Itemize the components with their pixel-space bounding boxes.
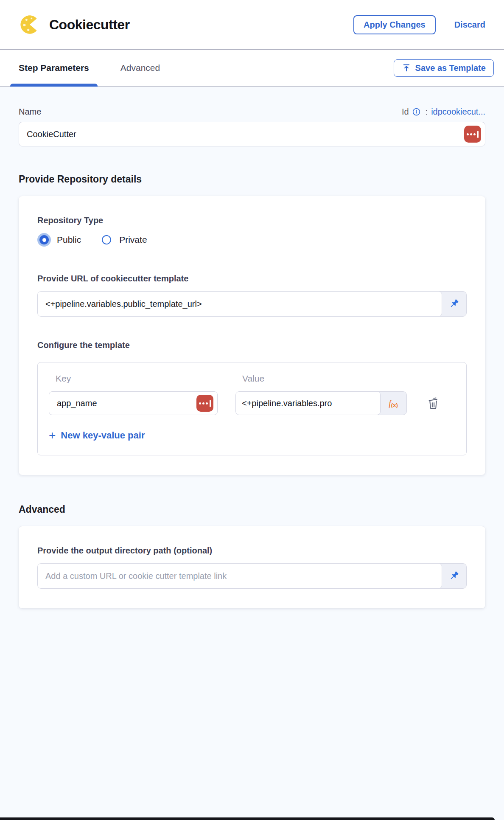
- step-config-header: Cookiecutter Apply Changes Discard: [0, 0, 504, 50]
- apply-changes-button[interactable]: Apply Changes: [353, 15, 436, 34]
- output-dir-input[interactable]: [37, 563, 442, 589]
- bottom-sheet-edge: [0, 817, 495, 820]
- repository-type-radio-group: Public Private: [37, 233, 467, 247]
- radio-public-control[interactable]: [39, 235, 49, 244]
- output-dir-field-wrap: [37, 563, 467, 589]
- advanced-section-title: Advanced: [19, 504, 485, 515]
- radio-public-label: Public: [57, 235, 81, 245]
- pin-icon[interactable]: [442, 564, 466, 588]
- id-separator: :: [426, 107, 428, 117]
- active-tab-underline: [10, 84, 98, 87]
- page-title: Cookiecutter: [49, 17, 130, 33]
- name-field-wrap: [19, 122, 485, 146]
- input-type-selector-icon[interactable]: [196, 395, 213, 412]
- plus-icon: +: [49, 430, 56, 441]
- expression-fx-icon[interactable]: f(x): [380, 392, 406, 415]
- input-type-selector-icon[interactable]: [464, 126, 481, 143]
- key-input[interactable]: [49, 391, 218, 415]
- pin-icon[interactable]: [442, 292, 466, 316]
- template-url-field-wrap: [37, 291, 467, 317]
- key-value-table: Key Value f(x): [37, 362, 467, 455]
- add-key-value-button[interactable]: + New key-value pair: [49, 430, 455, 441]
- id-value-link[interactable]: idpcookiecut...: [431, 107, 485, 117]
- tab-advanced[interactable]: Advanced: [112, 50, 168, 86]
- radio-private-label: Private: [119, 235, 147, 245]
- fx-sub: (x): [391, 402, 398, 408]
- id-label: Id: [402, 107, 409, 117]
- name-label: Name: [19, 107, 41, 117]
- cookiecutter-logo-icon: [19, 14, 41, 36]
- radio-public[interactable]: Public: [37, 233, 81, 247]
- value-input[interactable]: [235, 391, 381, 415]
- save-as-template-button[interactable]: Save as Template: [394, 59, 494, 77]
- info-icon[interactable]: [412, 108, 420, 116]
- tab-bar: Step Parameters Advanced Save as Templat…: [0, 50, 504, 87]
- add-key-value-label: New key-value pair: [61, 430, 145, 441]
- template-url-input[interactable]: [37, 291, 442, 317]
- name-input[interactable]: [19, 122, 485, 146]
- delete-row-button[interactable]: [425, 395, 442, 412]
- key-value-row: f(x): [49, 391, 455, 415]
- key-column-header: Key: [49, 373, 218, 384]
- repository-details-card: Repository Type Public Private Provide U…: [19, 196, 485, 475]
- upload-icon: [402, 63, 411, 73]
- tab-step-parameters[interactable]: Step Parameters: [10, 50, 98, 86]
- radio-private-control[interactable]: [102, 235, 111, 244]
- template-url-label: Provide URL of cookiecutter template: [37, 274, 467, 284]
- value-field-wrap: f(x): [235, 391, 407, 415]
- output-dir-label: Provide the output directory path (optio…: [37, 546, 467, 556]
- repository-type-label: Repository Type: [37, 216, 467, 225]
- value-column-header: Value: [235, 373, 407, 384]
- configure-template-label: Configure the template: [37, 340, 467, 350]
- discard-button[interactable]: Discard: [454, 20, 485, 30]
- tab-advanced-label: Advanced: [120, 63, 160, 73]
- step-parameters-panel: Name Id : idpcookiecut... Provide Reposi…: [0, 87, 504, 608]
- repository-section-title: Provide Repository details: [19, 174, 485, 185]
- advanced-card: Provide the output directory path (optio…: [19, 526, 485, 608]
- radio-private[interactable]: Private: [100, 233, 147, 247]
- save-as-template-label: Save as Template: [415, 63, 486, 73]
- tab-step-parameters-label: Step Parameters: [19, 63, 89, 73]
